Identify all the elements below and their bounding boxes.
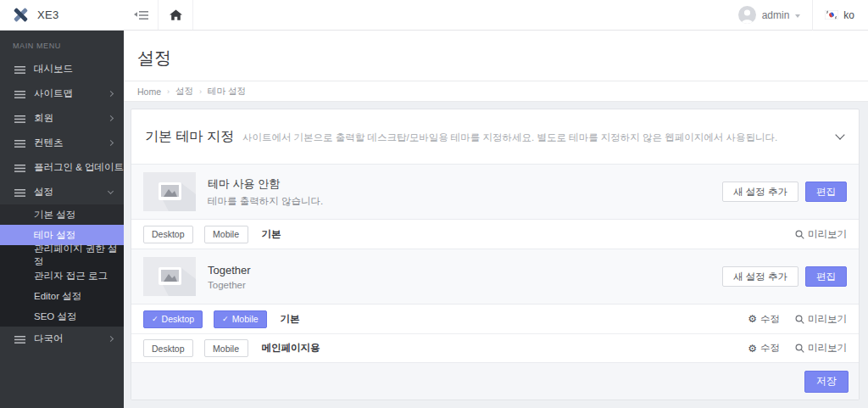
- sidebar-subitem-admin-permissions[interactable]: 관리페이지 권한 설정: [0, 245, 124, 265]
- sidebar-item-dashboard[interactable]: 대시보드: [0, 57, 124, 81]
- panel-title: 기본 테마 지정: [145, 128, 234, 146]
- chevron-right-icon: [108, 336, 114, 342]
- main-content: 설정 Home › 설정 › 테마 설정 기본 테마 지정 사이트에서 기본으로…: [124, 31, 868, 408]
- panel-description: 사이트에서 기본으로 출력할 데스크탑/모바일용 테마를 지정하세요. 별도로 …: [242, 131, 777, 144]
- check-icon: ✓: [222, 315, 229, 323]
- menu-lines-icon: [14, 332, 25, 347]
- sidebar: MAIN MENU 대시보드 사이트맵 회원 컨텐츠 플러그인 & 업데이트: [0, 31, 124, 408]
- sidebar-item-settings[interactable]: 설정: [0, 180, 124, 204]
- theme-text: 테마 사용 안함 테마를 출력하지 않습니다.: [208, 176, 323, 208]
- theme-thumbnail-placeholder: [143, 172, 196, 211]
- page-title: 설정: [137, 47, 868, 70]
- sidebar-item-contents[interactable]: 컨텐츠: [0, 131, 124, 155]
- mobile-toggle-button[interactable]: Mobile: [204, 226, 248, 243]
- topbar-right: admin ko: [726, 0, 868, 30]
- theme-description: 테마를 출력하지 않습니다.: [208, 195, 323, 208]
- language-selector[interactable]: ko: [813, 0, 868, 30]
- panel-footer: 저장: [131, 362, 859, 400]
- breadcrumb-separator-icon: ›: [167, 87, 170, 96]
- add-setting-button[interactable]: 새 설정 추가: [722, 182, 798, 202]
- brand-name: XE3: [37, 8, 58, 21]
- edit-button[interactable]: 편집: [805, 266, 847, 287]
- username: admin: [762, 9, 790, 21]
- gear-icon: ⚙: [748, 344, 757, 354]
- menu-lines-icon: [14, 160, 25, 176]
- setting-name: 기본: [281, 313, 300, 326]
- sidebar-subitem-admin-access-log[interactable]: 관리자 접근 로그: [0, 265, 124, 286]
- user-menu[interactable]: admin: [726, 0, 813, 30]
- add-setting-button[interactable]: 새 설정 추가: [722, 266, 798, 287]
- gear-icon: ⚙: [748, 314, 757, 324]
- setting-name: 메인페이지용: [262, 342, 320, 355]
- home-button[interactable]: [159, 0, 193, 30]
- chevron-right-icon: [108, 91, 114, 97]
- preview-link[interactable]: 미리보기: [795, 342, 847, 355]
- theme-description: Together: [208, 280, 251, 290]
- default-theme-panel: 기본 테마 지정 사이트에서 기본으로 출력할 데스크탑/모바일용 테마를 지정…: [131, 109, 860, 400]
- sidebar-subitem-basic-settings[interactable]: 기본 설정: [0, 204, 124, 225]
- home-icon: [170, 9, 182, 21]
- brand-header[interactable]: XE3: [0, 0, 124, 31]
- sidebar-section-label: MAIN MENU: [0, 31, 124, 57]
- breadcrumb-settings[interactable]: 설정: [175, 86, 193, 98]
- menu-lines-icon: [14, 87, 25, 102]
- theme-name: 테마 사용 안함: [208, 176, 323, 192]
- menu-lines-icon: [14, 62, 25, 77]
- xe3-logo-icon: [12, 6, 30, 24]
- theme-name: Together: [208, 264, 251, 277]
- preview-link[interactable]: 미리보기: [795, 228, 847, 241]
- edit-button[interactable]: 편집: [805, 182, 847, 202]
- desktop-toggle-button[interactable]: Desktop: [143, 339, 193, 357]
- menu-lines-icon: [14, 185, 25, 200]
- setting-row-default-together: ✓Desktop ✓Mobile 기본 ⚙ 수정 미리보기: [131, 305, 859, 333]
- collapse-sidebar-button[interactable]: [124, 0, 159, 30]
- sidebar-subitem-seo-settings[interactable]: SEO 설정: [0, 306, 124, 327]
- mobile-toggle-button[interactable]: Mobile: [204, 339, 248, 357]
- desktop-toggle-button[interactable]: Desktop: [143, 226, 193, 243]
- preview-link[interactable]: 미리보기: [795, 313, 847, 326]
- admin-app: XE3: [0, 0, 868, 408]
- page-header: 설정: [124, 31, 868, 81]
- chevron-right-icon: [108, 140, 114, 146]
- chevron-right-icon: [108, 115, 114, 121]
- theme-row-together: Together Together 새 설정 추가 편집: [131, 249, 859, 305]
- menu-lines-icon: [14, 111, 25, 126]
- sidebar-item-plugins[interactable]: 플러그인 & 업데이트: [0, 155, 124, 180]
- search-icon: [795, 230, 804, 239]
- language-code: ko: [843, 9, 854, 21]
- modify-link[interactable]: ⚙ 수정: [748, 342, 780, 355]
- user-avatar: [738, 6, 756, 24]
- search-icon: [795, 344, 804, 353]
- panel-header: 기본 테마 지정 사이트에서 기본으로 출력할 데스크탑/모바일용 테마를 지정…: [131, 109, 859, 164]
- setting-name: 기본: [262, 228, 281, 241]
- theme-thumbnail-placeholder: [143, 257, 196, 296]
- breadcrumb-home[interactable]: Home: [137, 87, 161, 97]
- breadcrumb-separator-icon: ›: [199, 87, 202, 96]
- sidebar-item-members[interactable]: 회원: [0, 106, 124, 131]
- modify-link[interactable]: ⚙ 수정: [748, 313, 780, 326]
- mobile-toggle-button[interactable]: ✓Mobile: [214, 310, 266, 328]
- setting-row-mainpage: Desktop Mobile 메인페이지용 ⚙ 수정 미리보기: [131, 333, 859, 362]
- collapse-panel-icon[interactable]: [835, 130, 844, 139]
- theme-row-none: 테마 사용 안함 테마를 출력하지 않습니다. 새 설정 추가 편집: [131, 164, 859, 220]
- korea-flag-icon: [825, 10, 838, 20]
- topbar: admin ko: [124, 0, 868, 31]
- collapse-menu-icon: [134, 10, 148, 20]
- breadcrumb: Home › 설정 › 테마 설정: [124, 81, 868, 102]
- chevron-down-icon: [108, 188, 114, 194]
- save-button[interactable]: 저장: [804, 371, 849, 393]
- sidebar-item-sitemap[interactable]: 사이트맵: [0, 81, 124, 106]
- theme-text: Together Together: [208, 264, 251, 290]
- sidebar-subitem-editor-settings[interactable]: Editor 설정: [0, 286, 124, 306]
- desktop-toggle-button[interactable]: ✓Desktop: [143, 310, 203, 328]
- setting-row-default: Desktop Mobile 기본 미리보기: [131, 220, 859, 249]
- chevron-down-icon: [795, 14, 800, 18]
- breadcrumb-theme-settings[interactable]: 테마 설정: [208, 86, 246, 98]
- check-icon: ✓: [152, 315, 159, 323]
- search-icon: [795, 315, 804, 324]
- settings-submenu: 기본 설정 테마 설정 관리페이지 권한 설정 관리자 접근 로그 Editor…: [0, 204, 124, 327]
- sidebar-item-multilingual[interactable]: 다국어: [0, 327, 124, 351]
- menu-lines-icon: [14, 136, 25, 151]
